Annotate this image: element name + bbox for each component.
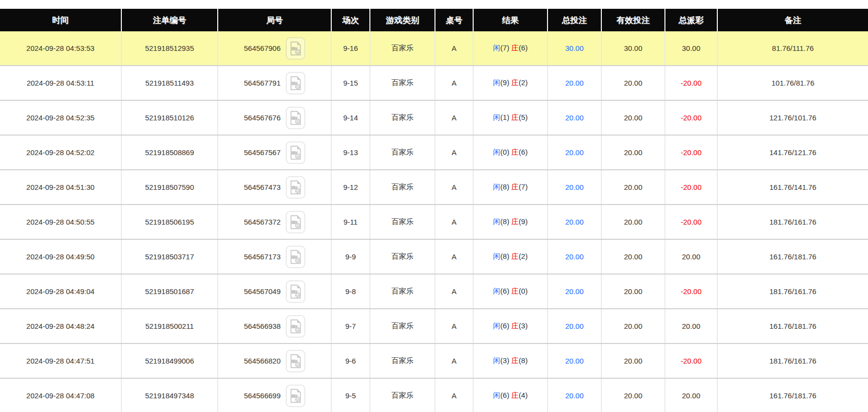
result-player-label: 闲 <box>493 356 501 365</box>
video-replay-button[interactable] <box>286 72 305 94</box>
col-header-bet-id: 注单编号 <box>121 9 218 31</box>
result-banker-score: (4) <box>519 391 527 399</box>
cell-total-bet[interactable]: 20.00 <box>548 378 601 412</box>
video-replay-button[interactable] <box>286 37 305 60</box>
result-banker-score: (5) <box>519 113 527 121</box>
table-header: 时间 注单编号 局号 场次 游戏类别 桌号 结果 总投注 有效投注 总派彩 备注 <box>0 9 868 31</box>
cell-time: 2024-09-28 04:52:02 <box>0 135 121 170</box>
cell-total-bet[interactable]: 20.00 <box>548 343 601 378</box>
cell-total-bet[interactable]: 20.00 <box>548 309 601 343</box>
cell-remark: 161.76/181.76 <box>717 309 868 343</box>
cell-valid-bet: 20.00 <box>601 378 665 412</box>
result-player-score: (6) <box>501 321 509 330</box>
cell-bet-id: 521918508869 <box>121 135 218 170</box>
cell-total-bet[interactable]: 20.00 <box>548 66 601 100</box>
result-banker-label: 庄 <box>511 252 519 260</box>
col-header-session: 场次 <box>331 9 370 31</box>
table-row: 2024-09-28 04:49:04 521918501687 5645670… <box>0 274 868 309</box>
round-id-text: 564566699 <box>244 391 280 400</box>
cell-total-bet[interactable]: 20.00 <box>548 274 601 309</box>
cell-table-no: A <box>435 309 473 343</box>
cell-round-id: 564566938 <box>218 309 331 343</box>
cell-remark: 121.76/101.76 <box>717 100 868 135</box>
video-replay-button[interactable] <box>286 107 305 129</box>
table-row: 2024-09-28 04:51:30 521918507590 5645674… <box>0 170 868 205</box>
video-replay-button[interactable] <box>286 385 305 407</box>
cell-bet-id: 521918510126 <box>121 100 218 135</box>
result-banker-label: 庄 <box>511 44 519 52</box>
cell-remark: 181.76/161.76 <box>717 274 868 309</box>
cell-total-bet[interactable]: 20.00 <box>548 100 601 135</box>
video-replay-button[interactable] <box>286 141 305 164</box>
cell-round-id: 564567049 <box>218 274 331 309</box>
cell-table-no: A <box>435 100 473 135</box>
result-player-score: (9) <box>501 78 509 87</box>
result-player-score: (8) <box>501 183 509 191</box>
cell-session: 9-16 <box>331 31 370 66</box>
video-file-icon <box>289 284 302 299</box>
cell-game-type: 百家乐 <box>370 378 435 412</box>
result-banker-score: (3) <box>519 321 527 330</box>
cell-game-type: 百家乐 <box>370 135 435 170</box>
cell-result: 闲(0) 庄(6) <box>473 135 548 170</box>
cell-time: 2024-09-28 04:47:08 <box>0 378 121 412</box>
video-replay-button[interactable] <box>286 315 305 338</box>
video-replay-button[interactable] <box>286 246 305 268</box>
result-banker-label: 庄 <box>511 391 519 399</box>
cell-result: 闲(8) 庄(9) <box>473 205 548 239</box>
video-replay-button[interactable] <box>286 350 305 372</box>
round-id-text: 564567372 <box>244 218 280 226</box>
col-header-game-type: 游戏类别 <box>370 9 435 31</box>
round-id-text: 564567906 <box>244 44 280 52</box>
cell-table-no: A <box>435 239 473 274</box>
result-player-label: 闲 <box>493 113 501 121</box>
cell-round-id: 564566820 <box>218 343 331 378</box>
cell-total-bet[interactable]: 20.00 <box>548 205 601 239</box>
cell-time: 2024-09-28 04:49:50 <box>0 239 121 274</box>
cell-session: 9-13 <box>331 135 370 170</box>
cell-valid-bet: 20.00 <box>601 309 665 343</box>
table-row: 2024-09-28 04:47:51 521918499006 5645668… <box>0 343 868 378</box>
cell-total-bet[interactable]: 20.00 <box>548 135 601 170</box>
video-replay-button[interactable] <box>286 211 305 233</box>
video-replay-button[interactable] <box>286 280 305 303</box>
result-player-label: 闲 <box>493 321 501 330</box>
result-banker-score: (6) <box>519 148 527 156</box>
col-header-total-bet: 总投注 <box>548 9 601 31</box>
cell-remark: 181.76/161.76 <box>717 205 868 239</box>
cell-total-bet[interactable]: 30.00 <box>548 31 601 66</box>
cell-total-bet[interactable]: 20.00 <box>548 239 601 274</box>
col-header-remark: 备注 <box>717 9 868 31</box>
cell-table-no: A <box>435 343 473 378</box>
result-player-label: 闲 <box>493 217 501 226</box>
cell-round-id: 564567173 <box>218 239 331 274</box>
cell-result: 闲(6) 庄(0) <box>473 274 548 309</box>
cell-session: 9-5 <box>331 378 370 412</box>
video-file-icon <box>289 389 302 403</box>
result-banker-score: (0) <box>519 287 527 295</box>
cell-table-no: A <box>435 378 473 412</box>
cell-session: 9-12 <box>331 170 370 205</box>
result-player-score: (1) <box>501 113 509 121</box>
cell-time: 2024-09-28 04:52:35 <box>0 100 121 135</box>
cell-time: 2024-09-28 04:53:53 <box>0 31 121 66</box>
result-banker-label: 庄 <box>511 356 519 365</box>
cell-total-bet[interactable]: 20.00 <box>548 170 601 205</box>
cell-round-id: 564566699 <box>218 378 331 412</box>
result-player-label: 闲 <box>493 252 501 260</box>
result-player-score: (8) <box>501 217 509 226</box>
cell-table-no: A <box>435 31 473 66</box>
result-player-score: (6) <box>501 287 509 295</box>
cell-session: 9-8 <box>331 274 370 309</box>
cell-session: 9-11 <box>331 205 370 239</box>
cell-time: 2024-09-28 04:48:24 <box>0 309 121 343</box>
table-row: 2024-09-28 04:48:24 521918500211 5645669… <box>0 309 868 343</box>
table-row: 2024-09-28 04:53:53 521918512935 5645679… <box>0 31 868 66</box>
result-player-label: 闲 <box>493 44 501 52</box>
cell-game-type: 百家乐 <box>370 343 435 378</box>
col-header-table-no: 桌号 <box>435 9 473 31</box>
video-replay-button[interactable] <box>286 176 305 199</box>
cell-bet-id: 521918507590 <box>121 170 218 205</box>
cell-result: 闲(9) 庄(2) <box>473 66 548 100</box>
round-id-text: 564566820 <box>244 357 280 365</box>
